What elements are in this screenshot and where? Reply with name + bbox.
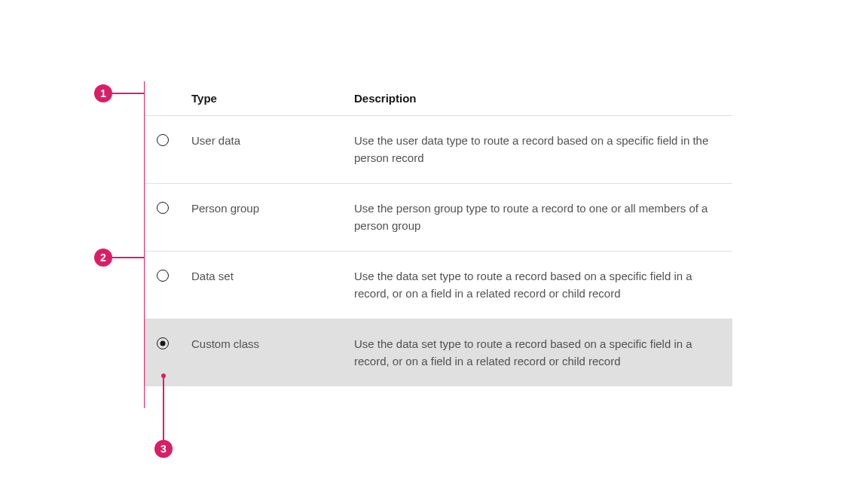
row-type: Data set: [191, 252, 354, 319]
annotation-callout-1-label: 1: [100, 87, 106, 99]
annotation-dot-3: [161, 374, 166, 378]
annotation-callout-2-label: 2: [100, 252, 106, 264]
table-header-description: Description: [354, 81, 732, 116]
table-row[interactable]: Person group Use the person group type t…: [145, 184, 732, 252]
row-type: Person group: [191, 184, 354, 252]
radio-icon[interactable]: [157, 134, 169, 146]
row-type: Custom class: [191, 319, 354, 387]
row-description: Use the person group type to route a rec…: [354, 184, 732, 252]
annotation-line-1: [112, 93, 145, 94]
annotation-callout-3-label: 3: [160, 443, 167, 455]
annotation-left-rule: [144, 81, 145, 408]
row-description: Use the data set type to route a record …: [354, 252, 732, 319]
radio-icon[interactable]: [157, 337, 169, 349]
annotation-line-2: [112, 257, 145, 258]
table-header-row: Type Description: [145, 81, 732, 116]
table-header-radio: [145, 81, 191, 116]
annotation-callout-3: 3: [154, 440, 173, 458]
annotation-callout-2: 2: [94, 249, 112, 267]
row-description: Use the user data type to route a record…: [354, 116, 732, 184]
table-row[interactable]: Data set Use the data set type to route …: [145, 252, 732, 319]
radio-icon[interactable]: [157, 202, 169, 214]
stage: 1 2 3 Type Description User data Use the…: [0, 0, 868, 488]
row-type: User data: [191, 116, 354, 184]
table-row[interactable]: Custom class Use the data set type to ro…: [145, 319, 732, 387]
type-selection-table: Type Description User data Use the user …: [145, 81, 732, 386]
annotation-callout-1: 1: [94, 84, 112, 102]
table-header-type: Type: [191, 81, 354, 116]
table-row[interactable]: User data Use the user data type to rout…: [145, 116, 732, 184]
row-description: Use the data set type to route a record …: [354, 319, 732, 387]
annotation-line-3: [163, 375, 164, 440]
radio-icon[interactable]: [157, 270, 169, 282]
